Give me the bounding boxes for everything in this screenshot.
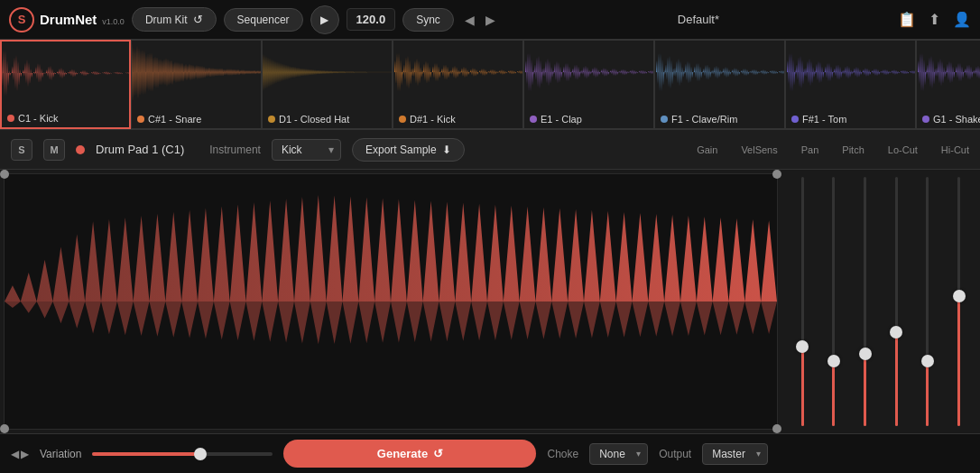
param-label-velsens: VelSens	[741, 144, 777, 155]
slider-thumb-pitch[interactable]	[890, 326, 902, 339]
drum-kit-button[interactable]: Drum Kit ↺	[132, 7, 217, 32]
pad-indicator	[76, 145, 85, 154]
pad-label-text-f#1: F#1 - Tom	[802, 114, 846, 125]
waveform-area	[4, 173, 778, 430]
drum-kit-label: Drum Kit	[145, 14, 188, 26]
output-label: Output	[659, 448, 691, 460]
pad-label-text-e1: E1 - Clap	[541, 114, 582, 125]
top-icons: 📋 ⬆ 👤	[898, 11, 971, 28]
download-icon: ⬇	[442, 144, 451, 156]
slider-col-pan	[864, 173, 866, 430]
drum-pad-c#1[interactable]: C#1 - Snare	[131, 40, 262, 129]
instrument-select[interactable]: KickSnareHi-HatClapTomCymbalShaker	[272, 139, 341, 161]
slider-thumb-lo-cut[interactable]	[921, 355, 934, 367]
slider-track-gain[interactable]	[801, 177, 804, 426]
pad-waveform-e1	[524, 41, 653, 104]
param-label-pan: Pan	[801, 144, 819, 155]
slider-thumb-hi-cut[interactable]	[953, 290, 966, 302]
top-bar: S DrumNet v1.0.0 Drum Kit ↺ Sequencer ▶ …	[0, 0, 980, 40]
generate-icon: ↺	[433, 447, 443, 460]
slider-thumb-velsens[interactable]	[827, 355, 840, 367]
instrument-bar: S M Drum Pad 1 (C1) Instrument KickSnare…	[0, 130, 980, 170]
slider-thumb-pan[interactable]	[859, 348, 872, 360]
waveform-handle-tl[interactable]	[0, 170, 9, 179]
logo-icon: S	[9, 7, 34, 32]
mini-nav-arrows: ◀ ▶	[11, 448, 29, 460]
pad-label-text-f1: F1 - Clave/Rim	[671, 114, 737, 125]
pad-label-g1: G1 - Shaker	[922, 114, 980, 125]
drum-pad-f1[interactable]: F1 - Clave/Rim	[654, 40, 785, 129]
slider-thumb-gain[interactable]	[796, 340, 809, 353]
pad-label-d#1: D#1 - Kick	[399, 114, 456, 125]
instrument-label-text: Instrument	[209, 144, 261, 156]
waveform-handle-tr[interactable]	[772, 170, 781, 179]
param-labels: GainVelSensPanPitchLo-CutHi-Cut	[697, 144, 969, 155]
solo-button[interactable]: S	[11, 139, 32, 161]
param-label-lo-cut: Lo-Cut	[888, 144, 918, 155]
slider-col-gain	[801, 173, 804, 430]
output-select-wrapper: MasterBus 1Bus 2Bus 3	[702, 443, 768, 465]
drum-pad-f#1[interactable]: F#1 - Tom	[785, 40, 916, 129]
bottom-bar: ◀ ▶ Variation Generate ↺ Choke None1234 …	[0, 433, 980, 473]
generate-label: Generate	[377, 447, 428, 460]
pad-wave-svg-f#1	[786, 41, 915, 104]
nav-right-button[interactable]: ▶	[482, 11, 499, 29]
slider-track-velsens[interactable]	[832, 177, 835, 426]
drum-pad-d#1[interactable]: D#1 - Kick	[393, 40, 523, 129]
refresh-icon: ↺	[193, 13, 203, 26]
pad-wave-svg-f1	[655, 41, 784, 104]
slider-fill-hi-cut	[957, 296, 960, 426]
export-icon: ⬆	[929, 12, 940, 27]
pad-wave-svg-c1	[2, 42, 129, 105]
pad-dot-f1	[661, 116, 668, 123]
output-select[interactable]: MasterBus 1Bus 2Bus 3	[702, 443, 768, 465]
variation-thumb[interactable]	[194, 448, 207, 460]
slider-track-hi-cut[interactable]	[957, 177, 960, 426]
pad-label-c#1: C#1 - Snare	[137, 114, 201, 125]
waveform-handle-bl[interactable]	[0, 424, 9, 433]
waveform-canvas	[5, 174, 777, 429]
app-version: v1.0.0	[102, 17, 125, 26]
drum-pad-d1[interactable]: D1 - Closed Hat	[262, 40, 393, 129]
waveform-handle-br[interactable]	[772, 424, 781, 433]
waveform-svg	[5, 174, 777, 429]
export-sample-button[interactable]: Export Sample ⬇	[352, 138, 465, 162]
mini-nav-left[interactable]: ◀	[11, 448, 19, 460]
pad-wave-svg-e1	[524, 41, 653, 104]
pad-dot-d1	[268, 116, 275, 123]
choke-select[interactable]: None1234	[589, 443, 648, 465]
main-area	[0, 170, 980, 433]
logo: S DrumNet v1.0.0	[9, 7, 125, 32]
variation-fill	[92, 452, 200, 456]
drum-pad-g1[interactable]: G1 - Shaker	[916, 40, 980, 129]
slider-track-pan[interactable]	[864, 177, 866, 426]
pad-label-text-d#1: D#1 - Kick	[410, 114, 456, 125]
user-button[interactable]: 👤	[953, 11, 971, 28]
drum-pads-row: C1 - Kick C#1 - Snare D1 - Closed Hat	[0, 40, 980, 130]
pad-dot-f#1	[791, 116, 799, 123]
nav-left-button[interactable]: ◀	[461, 11, 478, 29]
sequencer-label: Sequencer	[237, 14, 290, 26]
solo-label: S	[18, 144, 24, 155]
save-button[interactable]: 📋	[898, 11, 916, 28]
drum-pad-e1[interactable]: E1 - Clap	[523, 40, 654, 129]
slider-track-lo-cut[interactable]	[926, 177, 929, 426]
slider-track-pitch[interactable]	[895, 177, 898, 426]
choke-select-wrapper: None1234	[589, 443, 648, 465]
variation-slider[interactable]	[92, 452, 273, 456]
export-button[interactable]: ⬆	[929, 11, 940, 28]
pad-label-f1: F1 - Clave/Rim	[661, 114, 737, 125]
slider-col-hi-cut	[957, 173, 960, 430]
pad-wave-svg-g1	[917, 41, 980, 104]
mute-button[interactable]: M	[43, 139, 65, 161]
generate-button[interactable]: Generate ↺	[283, 440, 536, 468]
slider-col-velsens	[832, 173, 835, 430]
bpm-display[interactable]: 120.0	[347, 8, 396, 31]
sync-button[interactable]: Sync	[402, 8, 454, 32]
app-name: DrumNet	[40, 12, 97, 27]
mini-nav-right[interactable]: ▶	[21, 448, 29, 460]
pad-waveform-g1	[917, 41, 980, 104]
play-button[interactable]: ▶	[310, 5, 339, 34]
sequencer-button[interactable]: Sequencer	[224, 8, 303, 32]
drum-pad-c1[interactable]: C1 - Kick	[0, 40, 131, 129]
